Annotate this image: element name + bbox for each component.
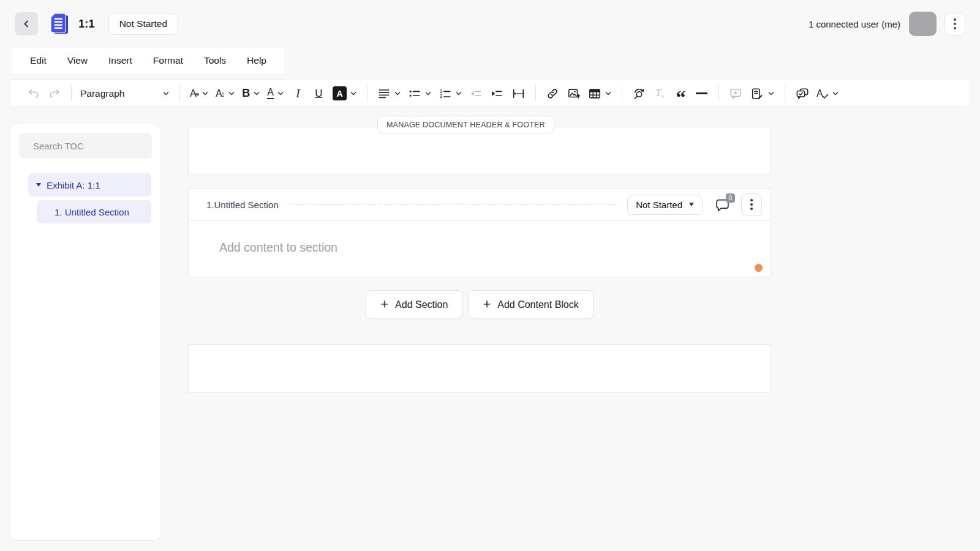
blockquote-button[interactable]: “	[671, 83, 690, 104]
search-input[interactable]	[33, 141, 155, 151]
section-block: 1.Untitled Section Not Started 0 Add con…	[188, 188, 771, 277]
plus-icon: +	[483, 296, 491, 312]
add-comment-button[interactable]	[726, 83, 745, 104]
section-status-label: Not Started	[636, 200, 682, 210]
add-section-button[interactable]: + Add Section	[366, 290, 462, 319]
blockquote-icon: “	[676, 86, 685, 102]
suggest-edit-button[interactable]	[747, 83, 777, 104]
font-size-button[interactable]: A↕	[213, 83, 238, 104]
toolbar-separator	[622, 85, 622, 102]
horizontal-rule-button[interactable]	[692, 83, 711, 104]
chevron-down-icon	[202, 90, 209, 97]
chevron-down-icon	[455, 90, 462, 97]
presence-dot	[755, 264, 763, 272]
underline-button[interactable]: U	[309, 83, 328, 104]
align-icon	[377, 87, 391, 100]
paragraph-style-label: Paragraph	[80, 88, 124, 99]
align-button[interactable]	[375, 83, 404, 104]
table-icon	[588, 87, 601, 100]
highlight-color-button[interactable]: A	[330, 83, 360, 104]
page-break-button[interactable]	[508, 83, 528, 104]
chevron-down-icon	[350, 90, 357, 97]
document-footer-block[interactable]	[188, 344, 771, 393]
top-bar: 1:1 Not Started 1 connected user (me)	[0, 0, 980, 48]
outdent-button[interactable]	[467, 83, 486, 104]
topbar-menu-button[interactable]	[944, 13, 965, 36]
toc-sidebar: Exhibit A: 1:1 1. Untitled Section	[10, 124, 160, 540]
paragraph-style-dropdown[interactable]: Paragraph	[79, 83, 172, 104]
svg-text:2: 2	[440, 94, 443, 99]
numbered-list-button[interactable]: 1 2	[436, 83, 465, 104]
toolbar-separator	[718, 85, 719, 102]
font-family-button[interactable]: A≡	[187, 83, 211, 104]
bullet-list-icon	[408, 87, 421, 100]
highlight-color-icon: A	[333, 86, 347, 100]
kebab-icon	[954, 18, 956, 21]
chevron-down-icon	[162, 90, 170, 97]
add-content-block-button[interactable]: + Add Content Block	[468, 290, 593, 319]
section-comments-button[interactable]: 0	[714, 197, 731, 212]
chevron-down-icon	[605, 90, 612, 97]
underline-icon: U	[315, 88, 322, 100]
manage-header-footer-button[interactable]: MANAGE DOCUMENT HEADER & FOOTER	[377, 116, 554, 133]
menu-format[interactable]: Format	[143, 55, 194, 66]
chevron-down-icon	[253, 90, 260, 97]
document-header-block[interactable]	[188, 127, 771, 174]
svg-text:1: 1	[440, 88, 443, 94]
toc-search[interactable]	[19, 133, 152, 159]
clear-formatting-icon: T×	[655, 87, 665, 100]
add-content-block-label: Add Content Block	[497, 299, 579, 310]
add-section-label: Add Section	[395, 299, 448, 310]
dropdown-arrow-icon	[689, 203, 694, 206]
toc-item-exhibit[interactable]: Exhibit A: 1:1	[28, 173, 151, 197]
section-menu-button[interactable]	[741, 193, 762, 216]
undo-button[interactable]	[24, 83, 43, 104]
toc-list: Exhibit A: 1:1 1. Untitled Section	[10, 167, 160, 223]
menu-view[interactable]: View	[57, 55, 98, 66]
connected-users-label: 1 connected user (me)	[809, 19, 900, 29]
undo-icon	[27, 87, 40, 100]
bold-button[interactable]: B	[239, 83, 263, 104]
toolbar-separator	[785, 85, 785, 102]
indent-button[interactable]	[488, 83, 507, 104]
document-status-badge[interactable]: Not Started	[108, 13, 178, 35]
image-upload-icon	[567, 87, 581, 100]
section-content-area[interactable]: Add content to section	[189, 221, 771, 277]
review-comments-button[interactable]	[793, 83, 812, 104]
link-icon	[546, 87, 559, 100]
toolbar-separator	[179, 85, 180, 102]
section-title[interactable]: 1.Untitled Section	[206, 200, 279, 210]
menu-insert[interactable]: Insert	[98, 55, 143, 66]
find-replace-button[interactable]	[630, 83, 649, 104]
spellcheck-icon: A	[816, 88, 829, 99]
avatar[interactable]	[909, 12, 937, 36]
chevron-down-icon	[228, 90, 235, 97]
back-button[interactable]	[15, 12, 38, 36]
text-color-button[interactable]: A	[265, 83, 287, 104]
italic-button[interactable]: I	[288, 83, 307, 104]
insert-table-button[interactable]	[586, 83, 614, 104]
menu-tools[interactable]: Tools	[194, 55, 236, 66]
text-color-icon: A	[267, 88, 274, 99]
redo-icon	[48, 87, 61, 100]
add-comment-icon	[729, 87, 742, 100]
insert-image-button[interactable]	[564, 83, 584, 104]
menu-help[interactable]: Help	[236, 55, 277, 66]
clear-formatting-button[interactable]: T×	[650, 83, 669, 104]
font-family-icon: A≡	[190, 88, 198, 99]
dotted-divider	[287, 204, 619, 205]
document-icon	[49, 12, 70, 36]
section-status-dropdown[interactable]: Not Started	[627, 195, 703, 215]
insert-link-button[interactable]	[543, 83, 562, 104]
numbered-list-icon: 1 2	[439, 87, 452, 100]
bullet-list-button[interactable]	[405, 83, 434, 104]
toc-item-untitled-section[interactable]: 1. Untitled Section	[37, 200, 151, 223]
comments-check-icon	[795, 87, 810, 100]
page-title: 1:1	[78, 18, 95, 31]
spellcheck-button[interactable]: A	[814, 83, 842, 104]
chevron-down-icon	[424, 90, 432, 97]
font-size-icon: A↕	[216, 88, 225, 99]
add-actions-row: + Add Section + Add Content Block	[188, 290, 771, 319]
menu-edit[interactable]: Edit	[20, 55, 57, 66]
redo-button[interactable]	[45, 83, 64, 104]
